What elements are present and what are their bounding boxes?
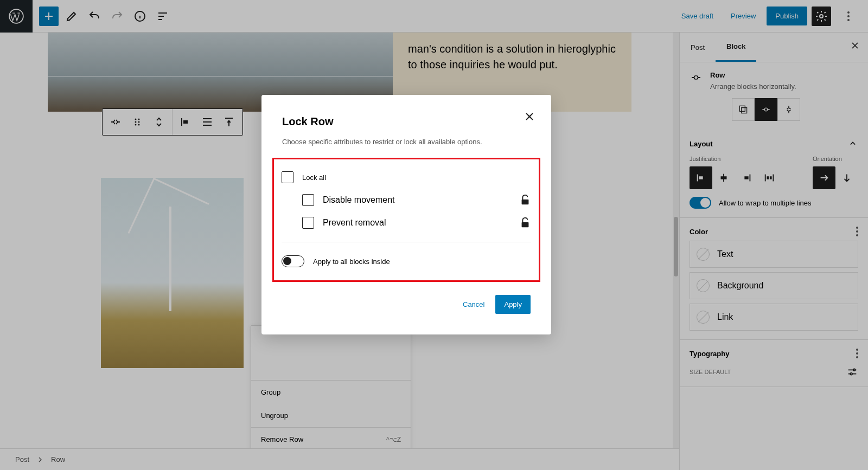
modal-title: Lock Row <box>282 115 531 128</box>
disable-movement-label: Disable movement <box>323 195 395 205</box>
apply-inside-toggle[interactable] <box>282 255 304 267</box>
lock-row-modal: Lock Row Choose specific attributes to r… <box>261 95 551 334</box>
unlock-icon <box>519 217 531 229</box>
apply-button[interactable]: Apply <box>495 295 531 314</box>
apply-inside-label: Apply to all blocks inside <box>313 257 390 266</box>
disable-movement-checkbox[interactable] <box>302 194 314 206</box>
svg-rect-27 <box>522 222 529 227</box>
modal-description: Choose specific attributes to restrict o… <box>282 138 531 146</box>
prevent-removal-label: Prevent removal <box>323 218 386 228</box>
unlock-icon <box>519 194 531 206</box>
highlighted-options: Lock all Disable movement Prevent remova… <box>272 158 540 282</box>
cancel-button[interactable]: Cancel <box>456 295 491 314</box>
disable-movement-row[interactable]: Disable movement <box>282 189 531 211</box>
modal-close-button[interactable] <box>523 110 536 125</box>
lock-all-row[interactable]: Lock all <box>282 166 531 189</box>
apply-inside-row[interactable]: Apply to all blocks inside <box>282 250 531 273</box>
svg-rect-26 <box>522 199 529 204</box>
prevent-removal-row[interactable]: Prevent removal <box>282 211 531 234</box>
prevent-removal-checkbox[interactable] <box>302 217 314 229</box>
lock-all-label: Lock all <box>302 173 326 182</box>
lock-all-checkbox[interactable] <box>282 171 293 183</box>
